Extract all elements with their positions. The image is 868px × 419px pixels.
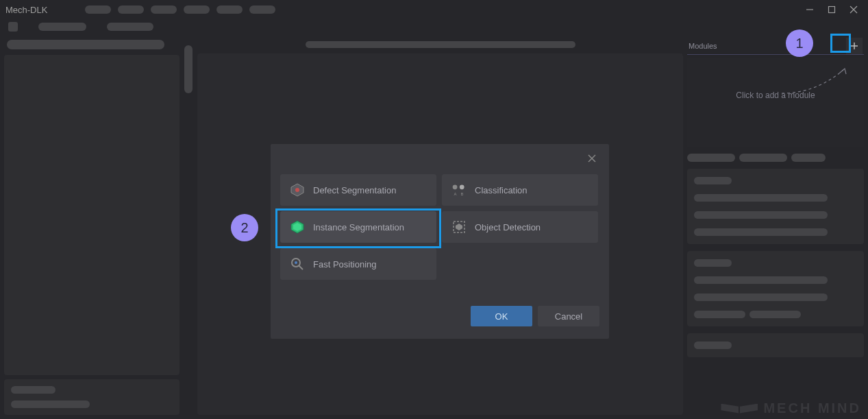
module-type-modal: Defect Segmentation AB Classification In… [271, 144, 609, 339]
toolbar [0, 19, 868, 34]
card-placeholder [694, 228, 828, 236]
svg-point-9 [295, 188, 299, 192]
svg-rect-1 [829, 7, 835, 13]
option-label: Classification [475, 185, 528, 195]
card-placeholder [694, 177, 732, 184]
svg-marker-17 [456, 224, 462, 230]
left-panel-header [4, 38, 179, 51]
right-tab[interactable] [687, 154, 735, 162]
menu-pill[interactable] [85, 5, 111, 14]
svg-point-20 [295, 261, 297, 264]
right-card [687, 169, 864, 244]
option-object-detection[interactable]: Object Detection [442, 211, 598, 243]
center-header-placeholder [306, 41, 575, 48]
right-card [687, 333, 864, 357]
card-placeholder [694, 342, 732, 349]
option-defect-segmentation[interactable]: Defect Segmentation [280, 174, 436, 206]
svg-text:A: A [454, 192, 456, 196]
card-placeholder [694, 211, 828, 219]
add-module-hint: Click to add a module [687, 91, 864, 100]
scrollbar[interactable] [184, 38, 193, 415]
right-panel: Modules Click to add a module [687, 38, 864, 415]
option-label: Fast Positioning [313, 259, 377, 270]
option-instance-segmentation[interactable]: Instance Segmentation [280, 211, 436, 243]
card-placeholder [694, 194, 828, 202]
right-tab[interactable] [791, 154, 826, 162]
ok-button[interactable]: OK [471, 306, 532, 326]
annotation-badge-2: 2 [231, 214, 258, 241]
modules-area: Click to add a module [687, 58, 864, 147]
right-tabs [687, 154, 864, 162]
card-placeholder [749, 311, 801, 318]
toolbar-item[interactable] [107, 23, 153, 31]
instance-seg-icon [290, 219, 305, 235]
modal-buttons: OK Cancel [471, 306, 599, 326]
option-label: Object Detection [475, 222, 541, 232]
app-title: Mech-DLK [5, 5, 47, 15]
left-panel [4, 38, 179, 415]
scrollbar-thumb[interactable] [184, 45, 193, 93]
modules-label: Modules [689, 42, 717, 50]
menu-pill[interactable] [249, 5, 275, 14]
right-card [687, 251, 864, 326]
option-label: Defect Segmentation [313, 185, 396, 195]
menu-placeholders [85, 5, 275, 14]
right-tab[interactable] [739, 154, 787, 162]
left-content-area [4, 55, 179, 375]
cancel-button[interactable]: Cancel [538, 306, 599, 326]
svg-text:B: B [461, 192, 464, 196]
option-classification[interactable]: AB Classification [442, 174, 598, 206]
card-placeholder [694, 294, 828, 301]
watermark: MECH MIND [721, 400, 861, 416]
annotation-badge-1: 1 [786, 29, 813, 57]
card-placeholder [694, 276, 828, 284]
maximize-button[interactable] [827, 5, 836, 14]
svg-point-11 [460, 184, 464, 189]
title-bar: Mech-DLK [0, 0, 868, 19]
fast-positioning-icon [290, 256, 305, 272]
menu-pill[interactable] [216, 5, 243, 14]
left-footer-placeholder [11, 400, 90, 408]
center-header [197, 38, 683, 51]
left-footer [4, 379, 179, 415]
defect-seg-icon [290, 182, 305, 197]
watermark-text: MECH MIND [763, 400, 861, 416]
add-module-button[interactable] [846, 38, 863, 54]
svg-line-19 [299, 265, 303, 270]
left-footer-placeholder [11, 386, 55, 394]
close-button[interactable] [849, 5, 858, 14]
card-placeholder [694, 311, 745, 318]
menu-pill[interactable] [151, 5, 177, 14]
watermark-icon [721, 404, 758, 414]
option-fast-positioning[interactable]: Fast Positioning [280, 248, 436, 280]
left-header-placeholder [7, 40, 164, 49]
menu-pill[interactable] [118, 5, 144, 14]
object-detection-icon [451, 219, 467, 235]
toolbar-icon[interactable] [8, 22, 18, 32]
modal-close-button[interactable] [587, 154, 597, 166]
module-options-grid: Defect Segmentation AB Classification In… [280, 174, 598, 280]
svg-point-10 [453, 184, 458, 189]
card-placeholder [694, 259, 732, 267]
toolbar-item[interactable] [38, 23, 86, 31]
window-controls [805, 5, 863, 14]
modules-header: Modules [687, 38, 864, 55]
option-label: Instance Segmentation [313, 222, 404, 232]
classification-icon: AB [451, 182, 467, 197]
menu-pill[interactable] [184, 5, 210, 14]
minimize-button[interactable] [805, 5, 815, 14]
card-row [694, 311, 857, 318]
